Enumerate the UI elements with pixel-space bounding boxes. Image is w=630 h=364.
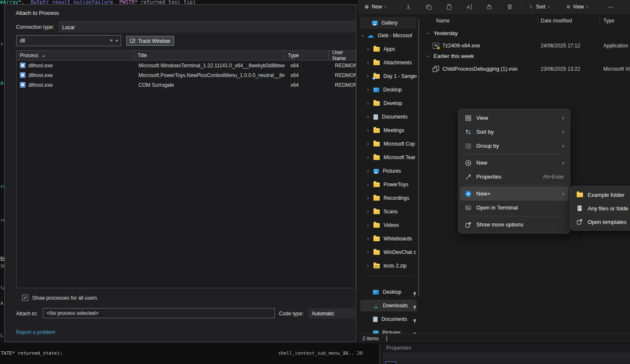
process-title: COM Surrogate	[138, 82, 174, 88]
chevron-down-icon[interactable]: ›	[360, 34, 366, 37]
process-filter-input[interactable]	[17, 38, 107, 44]
file-row[interactable]: 7z 7z2409-x64.exe 24/06/2025 17:12 Appli…	[423, 41, 630, 50]
sidebar-item-downloads-pinned[interactable]: ↓Downloads	[360, 300, 417, 312]
chevron-right-icon[interactable]: ›	[366, 60, 370, 66]
sidebar-item-scans[interactable]: ›Scans	[360, 206, 417, 218]
sidebar-item-desktop[interactable]: ›Desktop	[360, 84, 417, 96]
table-row[interactable]: dllhost.exe COM Surrogate x64 REDMOND	[17, 80, 356, 90]
sidebar-item-gallery[interactable]: Gallery	[360, 17, 417, 29]
chevron-right-icon[interactable]: ›	[366, 209, 370, 215]
checkbox-checked[interactable]: ✓	[22, 295, 28, 301]
column-header-date-modified[interactable]: Date modified	[541, 18, 572, 24]
chevron-right-icon[interactable]: ›	[366, 141, 370, 147]
chevron-right-icon[interactable]: ›	[366, 182, 370, 188]
folder-shortcut-icon	[373, 74, 380, 79]
column-header-process[interactable]: Process▲	[17, 51, 134, 60]
sidebar-item-desktop-pinned[interactable]: Desktop	[360, 286, 417, 298]
column-separator[interactable]	[600, 18, 600, 25]
context-menu-item-show-more-options[interactable]: Show more options	[460, 218, 568, 232]
sidebar-item-documents-pinned[interactable]: Documents	[360, 313, 417, 325]
cut-button[interactable]: ✂	[404, 3, 413, 11]
table-row[interactable]: dllhost.exe Microsoft.WindowsTerminal_1.…	[17, 61, 356, 70]
toolbar-separator	[522, 3, 522, 11]
folder-icon	[373, 196, 380, 201]
sort-button[interactable]: ↑↓ Sort ›	[526, 1, 553, 12]
connection-type-combobox[interactable]: Local	[58, 22, 356, 33]
sidebar-item-attachments[interactable]: ›Attachments	[360, 57, 417, 69]
copy-button[interactable]	[425, 3, 433, 11]
context-menu-item-sort-by[interactable]: Sort by ›	[460, 125, 568, 139]
chevron-right-icon[interactable]: ›	[366, 127, 370, 133]
sidebar-scrollbar[interactable]	[418, 19, 419, 296]
rename-button[interactable]	[465, 3, 474, 11]
view-button[interactable]: ≡ View ›	[563, 1, 592, 12]
column-header-type[interactable]: Type	[603, 18, 614, 24]
table-row[interactable]: dllhost.exe Microsoft.PowerToys.NewPlusC…	[17, 70, 356, 80]
sidebar-item-day1[interactable]: ›Day 1 - Sangee	[360, 70, 417, 82]
chevron-right-icon[interactable]: ›	[366, 114, 370, 120]
context-menu-item-properties[interactable]: Properties Alt+Enter	[460, 170, 568, 184]
sidebar-item-powertoys[interactable]: ›PowerToys	[360, 179, 417, 190]
submenu-item-open-templates[interactable]: Open templates	[572, 215, 630, 229]
paste-button[interactable]	[445, 3, 453, 11]
chevron-right-icon[interactable]: ›	[366, 249, 370, 255]
sidebar-item-label: Videos	[384, 222, 399, 228]
context-menu-item-view[interactable]: View ›	[460, 111, 568, 125]
sidebar-item-microsoft-tear[interactable]: ›Microsoft Tear	[360, 152, 417, 163]
sidebar-item-windevchat[interactable]: ›WinDevChat c	[360, 246, 417, 258]
column-header-user-name[interactable]: User Name	[329, 51, 356, 60]
menu-divider	[464, 216, 565, 216]
context-menu-item-new[interactable]: New ›	[460, 156, 568, 170]
chevron-right-icon[interactable]: ›	[366, 46, 370, 52]
attach-to-field[interactable]	[43, 308, 275, 318]
column-header-title[interactable]: Title	[134, 51, 285, 60]
column-header-type[interactable]: Type	[285, 51, 329, 60]
sidebar-item-whiteboards[interactable]: ›Whiteboards	[360, 233, 417, 245]
context-menu-item-open-in-terminal[interactable]: Open in Terminal	[460, 201, 568, 215]
chevron-right-icon[interactable]: ›	[366, 100, 370, 106]
chevron-right-icon[interactable]: ›	[366, 154, 370, 160]
submenu-item-example-folder[interactable]: Example folder	[572, 188, 630, 201]
chevron-right-icon[interactable]: ›	[366, 263, 370, 269]
submenu-item-any-files[interactable]: Any files or folde	[572, 201, 630, 215]
file-row[interactable]: ChildProcessDebugging (1).vsix 23/06/202…	[423, 64, 630, 73]
zip-folder-icon	[373, 264, 380, 268]
chevron-right-icon[interactable]: ›	[366, 73, 370, 79]
more-options-button[interactable]: ⋯	[605, 1, 617, 12]
column-header-name[interactable]: Name	[436, 18, 450, 24]
new-plus-blue-icon	[464, 190, 472, 197]
sidebar-item-microsoft-cop[interactable]: ›Microsoft Cop	[360, 138, 417, 150]
sidebar-item-onedrive-root[interactable]: › ☁ Gleb - Microsof	[360, 30, 417, 41]
desktop-icon	[373, 290, 379, 295]
new-button[interactable]: ⊕ New ›	[361, 1, 390, 12]
chevron-right-icon[interactable]: ›	[366, 87, 370, 93]
file-type: Application	[603, 43, 628, 49]
code-type-combobox[interactable]: Automatic	[308, 308, 356, 319]
context-menu-item-new-plus[interactable]: New+ ›	[460, 187, 568, 201]
sidebar-item-recordings[interactable]: ›Recordings	[360, 192, 417, 204]
group-header-earlier-this-week[interactable]: › Earlier this week	[427, 53, 474, 59]
group-header-yesterday[interactable]: › Yesterday	[427, 30, 458, 36]
sidebar-item-pictures[interactable]: ›Pictures	[360, 165, 417, 177]
context-menu-item-group-by[interactable]: Group by ›	[460, 139, 568, 153]
chevron-right-icon[interactable]: ›	[366, 195, 370, 201]
sidebar-item-apps[interactable]: ›Apps	[360, 43, 417, 55]
chevron-right-icon[interactable]: ›	[366, 222, 370, 228]
share-button[interactable]	[485, 3, 494, 11]
sidebar-item-tests-zip[interactable]: ›tests 2.zip	[360, 260, 417, 272]
chevron-right-icon[interactable]: ›	[366, 236, 370, 242]
report-a-problem-link[interactable]: Report a problem	[16, 329, 55, 335]
clear-filter-icon[interactable]: ×	[110, 38, 113, 44]
show-more-options-icon	[464, 221, 472, 228]
sidebar-item-videos[interactable]: ›Videos	[360, 219, 417, 231]
delete-button[interactable]	[506, 3, 514, 11]
sidebar-item-documents[interactable]: ›Documents	[360, 111, 417, 123]
sidebar-item-meetings[interactable]: ›Meetings	[360, 124, 417, 136]
sidebar-item-develop[interactable]: ›Develop	[360, 97, 417, 109]
chevron-right-icon[interactable]: ›	[366, 168, 370, 174]
filter-dropdown-icon[interactable]: ▾	[116, 39, 118, 43]
column-separator[interactable]	[538, 18, 538, 25]
check-icon: ✓	[23, 295, 27, 301]
dialog-title: Attach to Process	[16, 10, 59, 16]
track-window-button[interactable]: Track Window	[126, 36, 174, 46]
